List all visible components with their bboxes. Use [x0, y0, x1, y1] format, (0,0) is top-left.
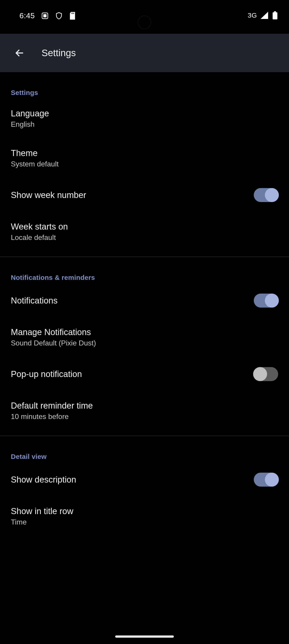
settings-list[interactable]: Settings Language English Theme System d… [0, 72, 289, 582]
row-show-description[interactable]: Show description [0, 463, 289, 497]
row-text: Language English [11, 109, 49, 128]
toggle-show-description[interactable] [254, 473, 278, 486]
gesture-nav-bar[interactable] [115, 636, 174, 638]
app-bar: Settings [0, 34, 289, 72]
row-text: Show in title row Time [11, 506, 73, 526]
row-title: Show in title row [11, 506, 73, 516]
row-theme[interactable]: Theme System default [0, 139, 289, 178]
row-title: Show description [11, 475, 76, 484]
toggle-popup-notification[interactable] [254, 367, 278, 381]
row-notifications[interactable]: Notifications [0, 284, 289, 318]
svg-rect-3 [73, 13, 73, 14]
screen-record-icon [41, 12, 49, 20]
row-text: Show description [11, 475, 76, 484]
row-text: Theme System default [11, 148, 59, 168]
row-title: Theme [11, 148, 59, 158]
row-subtitle: Locale default [11, 234, 68, 242]
sd-card-icon [69, 12, 76, 20]
svg-rect-6 [273, 12, 277, 20]
row-text: Default reminder time 10 minutes before [11, 401, 93, 421]
row-text: Show week number [11, 190, 86, 200]
row-show-in-title-row[interactable]: Show in title row Time [0, 497, 289, 537]
shield-icon [55, 12, 63, 20]
row-title: Week starts on [11, 222, 68, 232]
row-popup-notification[interactable]: Pop-up notification [0, 358, 289, 392]
camera-cutout [138, 15, 151, 29]
section-header-detail-view: Detail view [0, 436, 289, 463]
svg-rect-2 [72, 13, 72, 14]
row-subtitle: Time [11, 518, 73, 526]
battery-icon [272, 11, 278, 20]
row-title: Language [11, 109, 49, 118]
row-text: Week starts on Locale default [11, 222, 68, 242]
app-bar-title: Settings [42, 48, 76, 58]
row-title: Pop-up notification [11, 369, 82, 379]
back-button[interactable] [11, 44, 28, 62]
row-language[interactable]: Language English [0, 99, 289, 139]
status-right: 3G [248, 11, 278, 20]
row-default-reminder-time[interactable]: Default reminder time 10 minutes before [0, 392, 289, 431]
status-clock: 6:45 [20, 11, 35, 20]
back-arrow-icon [15, 48, 24, 58]
row-text: Pop-up notification [11, 369, 82, 379]
row-title: Notifications [11, 296, 58, 306]
toggle-notifications[interactable] [254, 294, 278, 308]
svg-rect-1 [43, 14, 47, 17]
row-subtitle: Sound Default (Pixie Dust) [11, 339, 96, 347]
section-header-notifications: Notifications & reminders [0, 257, 289, 284]
status-left: 6:45 [20, 11, 76, 20]
row-subtitle: System default [11, 160, 59, 168]
signal-icon [260, 12, 268, 19]
row-week-starts-on[interactable]: Week starts on Locale default [0, 212, 289, 252]
svg-rect-4 [74, 13, 74, 14]
device-frame: 6:45 3G [0, 0, 289, 644]
row-title: Default reminder time [11, 401, 93, 410]
network-type-label: 3G [248, 12, 257, 19]
row-title: Manage Notifications [11, 328, 96, 337]
row-title: Show week number [11, 190, 86, 200]
row-subtitle: English [11, 120, 49, 128]
toggle-show-week-number[interactable] [254, 188, 278, 202]
row-text: Notifications [11, 296, 58, 306]
svg-rect-5 [274, 11, 276, 12]
row-manage-notifications[interactable]: Manage Notifications Sound Default (Pixi… [0, 318, 289, 358]
row-subtitle: 10 minutes before [11, 412, 93, 421]
row-text: Manage Notifications Sound Default (Pixi… [11, 328, 96, 347]
row-show-week-number[interactable]: Show week number [0, 178, 289, 212]
section-header-settings: Settings [0, 72, 289, 99]
